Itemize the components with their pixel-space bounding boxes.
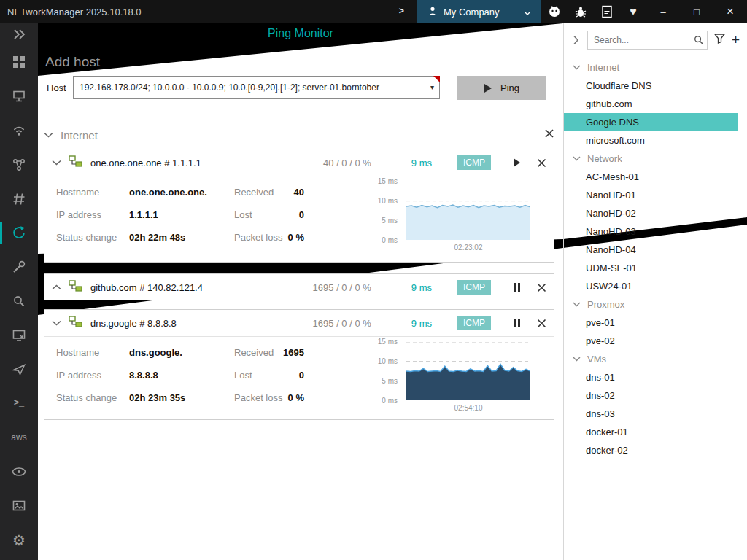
hostname-value: dns.google. <box>129 347 182 359</box>
profile-item-ac-mesh-01[interactable]: AC-Mesh-01 <box>564 168 747 186</box>
resume-ping-icon[interactable] <box>514 158 520 167</box>
chevron-down-icon[interactable] <box>52 160 61 166</box>
host-input[interactable] <box>74 77 439 98</box>
sidebar-item-powershell[interactable] <box>0 352 38 386</box>
expand-sidebar-button[interactable] <box>0 23 38 45</box>
sidebar-item-network-interface[interactable] <box>0 79 38 114</box>
ip-label: IP address <box>56 209 101 221</box>
profile-group-internet[interactable]: Internet <box>564 58 747 77</box>
chart-y-axis: 15 ms10 ms 5 ms0 ms <box>357 177 398 244</box>
profile-selector-button[interactable]: My Company <box>417 0 541 23</box>
collapse-panel-icon[interactable] <box>573 36 579 45</box>
add-profile-icon[interactable]: + <box>732 35 740 45</box>
sidebar-item-wifi[interactable] <box>0 114 38 148</box>
profile-item-nanohd-02[interactable]: NanoHD-02 <box>564 204 747 222</box>
profile-group-network[interactable]: Network <box>564 149 747 168</box>
sidebar-item-remote-desktop[interactable] <box>0 318 38 352</box>
left-navigation-rail: >_ aws ⚙ <box>0 23 38 560</box>
close-host-icon[interactable] <box>537 283 546 292</box>
page-title: Ping Monitor <box>38 27 563 40</box>
profile-group-vms[interactable]: VMs <box>564 350 747 368</box>
validation-error-marker <box>433 76 440 82</box>
donate-heart-icon[interactable]: ♥ <box>620 0 646 23</box>
search-input[interactable] <box>587 31 708 50</box>
profiles-tree: Internet Cloudflare DNS github.com Googl… <box>564 58 747 459</box>
profile-item-dns-02[interactable]: dns-02 <box>564 386 747 405</box>
host-combobox[interactable]: ▾ <box>73 76 440 99</box>
sidebar-item-web-console[interactable] <box>0 489 38 523</box>
chevron-down-icon[interactable] <box>52 320 61 326</box>
close-button[interactable]: × <box>713 0 747 23</box>
sidebar-item-console[interactable]: >_ <box>0 386 38 421</box>
host-card-header: github.com # 140.82.121.4 1695 / 0 / 0 %… <box>44 274 554 300</box>
console-icon[interactable]: >_ <box>391 0 417 23</box>
close-host-icon[interactable] <box>537 158 546 168</box>
sidebar-item-dashboard[interactable] <box>0 45 38 79</box>
profile-search <box>587 31 708 50</box>
profile-item-cloudflare-dns[interactable]: Cloudflare DNS <box>564 77 747 95</box>
lost-label: Lost <box>234 209 252 221</box>
close-host-icon[interactable] <box>537 319 546 328</box>
profile-item-nanohd-03[interactable]: NanoHD-03 <box>564 222 747 241</box>
sidebar-item-tools[interactable] <box>0 250 38 284</box>
host-card-header: dns.google # 8.8.8.8 1695 / 0 / 0 % 9 ms… <box>44 310 554 336</box>
bug-report-icon[interactable] <box>568 0 594 23</box>
profile-item-github-com[interactable]: github.com <box>564 95 747 113</box>
add-host-row: Host ▾ Ping <box>38 76 563 101</box>
group-close-icon[interactable] <box>544 128 554 141</box>
lost-value: 0 <box>263 209 304 221</box>
sidebar-item-ip-scanner[interactable] <box>0 147 38 182</box>
profile-item-nanohd-04[interactable]: NanoHD-04 <box>564 241 747 259</box>
profile-group-proxmox[interactable]: Proxmox <box>564 295 747 314</box>
settings-gear-icon[interactable]: ⚙ <box>0 523 38 557</box>
profile-item-google-dns[interactable]: Google DNS <box>564 113 738 131</box>
latency-chart <box>406 342 530 400</box>
profile-item-udm-se-01[interactable]: UDM-SE-01 <box>564 259 747 277</box>
profile-item-pve-01[interactable]: pve-01 <box>564 314 747 332</box>
status-change-value: 02h 22m 48s <box>129 232 185 244</box>
combobox-caret-icon[interactable]: ▾ <box>430 83 434 91</box>
host-card-github: github.com # 140.82.121.4 1695 / 0 / 0 %… <box>44 273 554 300</box>
hostname-label: Hostname <box>56 347 99 359</box>
chevron-down-icon <box>524 7 531 18</box>
profile-item-pve-02[interactable]: pve-02 <box>564 332 747 350</box>
chart-time-label: 02:23:02 <box>406 244 530 252</box>
host-card-details: Hostname dns.google. IP address 8.8.8.8 … <box>44 336 554 420</box>
sidebar-item-aws[interactable]: aws <box>0 421 38 455</box>
profile-item-nanohd-01[interactable]: NanoHD-01 <box>564 186 747 204</box>
minimize-button[interactable]: – <box>646 0 680 23</box>
profile-item-dns-03[interactable]: dns-03 <box>564 405 747 423</box>
host-label: Host <box>47 82 66 93</box>
profile-selector-label: My Company <box>444 7 500 18</box>
packet-loss-value: 0 % <box>263 232 304 244</box>
documentation-icon[interactable] <box>594 0 620 23</box>
profile-item-microsoft-com[interactable]: microsoft.com <box>564 131 747 149</box>
chevron-down-icon[interactable] <box>44 132 53 138</box>
profile-item-usw24-01[interactable]: USW24-01 <box>564 277 747 295</box>
ip-value: 1.1.1.1 <box>129 209 158 221</box>
profile-item-dns-01[interactable]: dns-01 <box>564 368 747 386</box>
profile-item-docker-02[interactable]: docker-02 <box>564 441 747 459</box>
add-host-heading: Add host <box>45 54 100 70</box>
pause-ping-icon[interactable] <box>514 319 520 327</box>
person-icon <box>427 6 438 18</box>
sidebar-item-ping-monitor[interactable] <box>0 216 38 250</box>
search-icon <box>694 35 704 48</box>
received-value: 1695 <box>263 347 304 359</box>
sidebar-item-dns-lookup[interactable] <box>0 284 38 319</box>
filter-icon[interactable] <box>714 34 725 47</box>
maximize-button[interactable]: □ <box>680 0 713 23</box>
ping-button[interactable]: Ping <box>457 76 546 100</box>
host-card-dns-google: dns.google # 8.8.8.8 1695 / 0 / 0 % 9 ms… <box>44 309 554 420</box>
sidebar-item-port-scanner[interactable] <box>0 182 38 216</box>
chevron-up-icon[interactable] <box>52 284 61 290</box>
pause-ping-icon[interactable] <box>514 283 520 292</box>
host-card-header: one.one.one.one # 1.1.1.1 40 / 0 / 0 % 9… <box>44 149 554 176</box>
host-latency: 9 ms <box>411 158 432 168</box>
host-latency: 9 ms <box>411 318 432 329</box>
profile-item-docker-01[interactable]: docker-01 <box>564 423 747 441</box>
ip-label: IP address <box>56 370 101 381</box>
github-icon[interactable] <box>541 0 568 23</box>
sidebar-item-discovery[interactable] <box>0 455 38 489</box>
host-stats: 40 / 0 / 0 % <box>323 158 371 168</box>
